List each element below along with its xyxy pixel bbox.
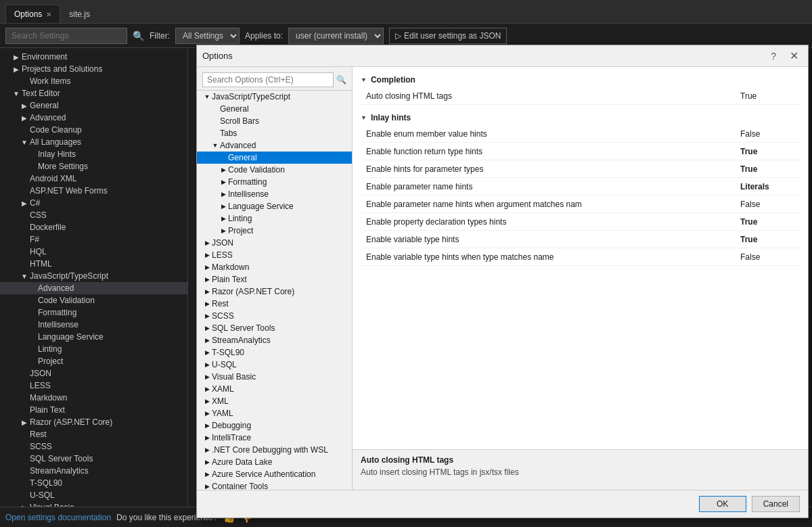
sidebar-item-codecleanup[interactable]: Code Cleanup <box>0 124 187 136</box>
sidebar-item-csharp[interactable]: ▶ C# <box>0 197 187 209</box>
tree-item-visualbasic[interactable]: ▶ Visual Basic <box>197 371 352 383</box>
tree-item-advanced[interactable]: ▼ Advanced <box>197 139 352 152</box>
sidebar-item-plaintext[interactable]: Plain Text <box>0 404 187 416</box>
tree-item-sqlservertools[interactable]: ▶ SQL Server Tools <box>197 322 352 334</box>
tree-item-linting[interactable]: ▶ Linting <box>197 212 352 225</box>
sidebar-item-less[interactable]: LESS <box>0 380 187 392</box>
sidebar-item-streamanalytics[interactable]: StreamAnalytics <box>0 465 187 477</box>
sidebar-item-texteditor[interactable]: ▼ Text Editor <box>0 87 187 99</box>
tree-item-jsts[interactable]: ▼ JavaScript/TypeScript <box>197 91 352 103</box>
sidebar-item-css[interactable]: CSS <box>0 209 187 221</box>
sidebar-item-json[interactable]: JSON <box>0 367 187 380</box>
sidebar-item-visualbasic[interactable]: ▶ Visual Basic <box>0 501 187 507</box>
setting-row-enum[interactable]: Enable enum member value hints False <box>361 125 800 143</box>
tree-item-streamanalytics[interactable]: ▶ StreamAnalytics <box>197 334 352 346</box>
options-tree-panel: 🔍 ▼ JavaScript/TypeScript General Scroll… <box>197 67 353 490</box>
tree-item-advanced-general[interactable]: General <box>197 152 352 164</box>
tree-item-scrollbars[interactable]: Scroll Bars <box>197 115 352 127</box>
sidebar-item-aspnetwebforms[interactable]: ASP.NET Web Forms <box>0 185 187 197</box>
inlayhints-section-header[interactable]: ▼ Inlay hints <box>361 110 800 125</box>
sidebar-item-jsts-linting[interactable]: Linting <box>0 343 187 355</box>
tree-item-azureserviceauth[interactable]: ▶ Azure Service Authentication <box>197 468 352 480</box>
sidebar-item-jsts-langservice[interactable]: Language Service <box>0 331 187 343</box>
edit-json-button[interactable]: ▷ Edit user settings as JSON <box>389 28 507 44</box>
sidebar-item-usql[interactable]: U-SQL <box>0 489 187 501</box>
sidebar-item-fsharp[interactable]: F# <box>0 233 187 246</box>
setting-row-paramtypes[interactable]: Enable hints for parameter types True <box>361 160 800 178</box>
sidebar-item-html[interactable]: HTML <box>0 258 187 270</box>
setting-row-vartype[interactable]: Enable variable type hints True <box>361 231 800 248</box>
dialog-help-button[interactable]: ? <box>767 49 780 63</box>
tree-item-codevalidation[interactable]: ▶ Code Validation <box>197 164 352 176</box>
tree-item-less[interactable]: ▶ LESS <box>197 249 352 261</box>
tree-item-netcoredebug[interactable]: ▶ .NET Core Debugging with WSL <box>197 444 352 456</box>
dialog-ok-button[interactable]: OK <box>699 496 746 512</box>
sidebar-item-dockerfile[interactable]: Dockerfile <box>0 221 187 233</box>
tree-item-xaml[interactable]: ▶ XAML <box>197 383 352 395</box>
tree-item-scss[interactable]: ▶ SCSS <box>197 310 352 322</box>
sidebar-item-jsts-intellisense[interactable]: Intellisense <box>0 319 187 331</box>
tab-options-close[interactable]: ✕ <box>46 11 51 18</box>
setting-row-paramname[interactable]: Enable parameter name hints Literals <box>361 178 800 196</box>
sidebar-item-jsts-advanced[interactable]: Advanced <box>0 282 187 294</box>
sidebar-item-rest[interactable]: Rest <box>0 428 187 440</box>
sidebar-item-jsts-codevalidation[interactable]: Code Validation <box>0 294 187 306</box>
tree-item-usql[interactable]: ▶ U-SQL <box>197 359 352 371</box>
dialog-close-button[interactable]: ✕ <box>786 48 803 64</box>
filter-select[interactable]: All Settings <box>175 28 240 44</box>
sidebar-item-markdown[interactable]: Markdown <box>0 392 187 404</box>
tree-item-yaml[interactable]: ▶ YAML <box>197 407 352 419</box>
applies-select[interactable]: user (current install) <box>288 28 384 44</box>
sidebar-item-hql[interactable]: HQL <box>0 246 187 258</box>
tree-yaml-label: YAML <box>212 409 233 418</box>
setting-row-propdecl[interactable]: Enable property declaration types hints … <box>361 213 800 231</box>
tree-item-intellitrace[interactable]: ▶ IntelliTrace <box>197 432 352 444</box>
tree-item-project[interactable]: ▶ Project <box>197 225 352 237</box>
tree-item-langservice[interactable]: ▶ Language Service <box>197 200 352 212</box>
tree-item-json[interactable]: ▶ JSON <box>197 237 352 249</box>
chevron-tree-rest-icon: ▶ <box>202 300 212 307</box>
completion-section-header[interactable]: ▼ Completion <box>361 72 800 87</box>
tree-item-plaintext[interactable]: ▶ Plain Text <box>197 273 352 285</box>
search-settings-input[interactable] <box>5 28 127 44</box>
sidebar-item-androidxml[interactable]: Android XML <box>0 173 187 185</box>
sidebar-item-tsql90[interactable]: T-SQL90 <box>0 477 187 489</box>
sidebar-item-alllanguages[interactable]: ▼ All Languages <box>0 136 187 148</box>
sidebar-item-advanced[interactable]: ▶ Advanced <box>0 112 187 124</box>
tree-item-containertools[interactable]: ▶ Container Tools <box>197 480 352 490</box>
tree-item-markdown[interactable]: ▶ Markdown <box>197 261 352 273</box>
tree-item-rest[interactable]: ▶ Rest <box>197 298 352 310</box>
sidebar-item-jsts-project[interactable]: Project <box>0 355 187 367</box>
tree-item-intellisense[interactable]: ▶ Intellisense <box>197 188 352 200</box>
tree-item-tabs[interactable]: Tabs <box>197 127 352 139</box>
setting-row-autoclosing[interactable]: Auto closing HTML tags True <box>361 87 800 105</box>
tree-item-razor[interactable]: ▶ Razor (ASP.NET Core) <box>197 285 352 298</box>
tab-options[interactable]: Options ✕ <box>5 5 60 23</box>
sidebar-item-environment[interactable]: ▶ Environment <box>0 51 187 63</box>
options-search-input[interactable] <box>202 72 334 87</box>
sidebar-item-moresettings[interactable]: More Settings <box>0 160 187 173</box>
sidebar-item-sqlservertools[interactable]: SQL Server Tools <box>0 453 187 465</box>
tree-item-general[interactable]: General <box>197 103 352 115</box>
setting-row-vartypematch[interactable]: Enable variable type hints when type mat… <box>361 248 800 266</box>
sidebar-item-scss[interactable]: SCSS <box>0 440 187 453</box>
tree-item-debugging[interactable]: ▶ Debugging <box>197 419 352 432</box>
setting-row-paramnamematch[interactable]: Enable parameter name hints when argumen… <box>361 196 800 213</box>
sidebar-item-projects[interactable]: ▶ Projects and Solutions <box>0 63 187 75</box>
sidebar-item-jsts[interactable]: ▼ JavaScript/TypeScript <box>0 270 187 282</box>
sidebar-item-razor[interactable]: ▶ Razor (ASP.NET Core) <box>0 416 187 428</box>
sidebar-item-inlayhints[interactable]: Inlay Hints <box>0 148 187 160</box>
chevron-tree-jsts-icon: ▼ <box>202 93 212 100</box>
dialog-cancel-button[interactable]: Cancel <box>752 496 800 512</box>
open-settings-doc-link[interactable]: Open settings documentation <box>5 513 111 522</box>
tree-item-formatting[interactable]: ▶ Formatting <box>197 176 352 188</box>
search-icon[interactable]: 🔍 <box>133 30 144 41</box>
setting-row-funcreturn[interactable]: Enable function return type hints True <box>361 143 800 160</box>
tab-sitejs[interactable]: site.js <box>60 5 99 23</box>
sidebar-item-general[interactable]: ▶ General <box>0 99 187 112</box>
sidebar-item-workitems[interactable]: Work Items <box>0 75 187 87</box>
tree-item-tsql90[interactable]: ▶ T-SQL90 <box>197 346 352 359</box>
tree-item-xml[interactable]: ▶ XML <box>197 395 352 407</box>
sidebar-item-jsts-formatting[interactable]: Formatting <box>0 306 187 319</box>
tree-item-azuredatalake[interactable]: ▶ Azure Data Lake <box>197 456 352 468</box>
